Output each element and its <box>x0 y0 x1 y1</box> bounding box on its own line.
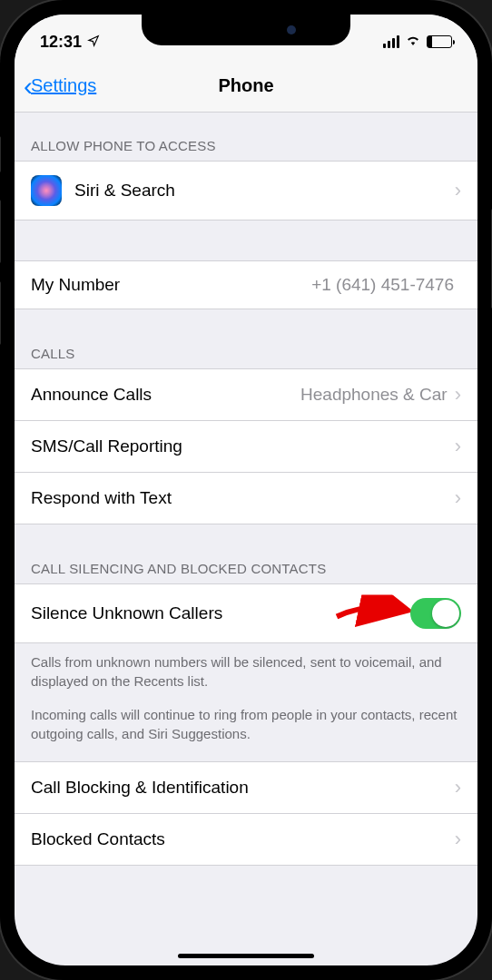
blocked-label: Blocked Contacts <box>31 829 455 849</box>
section-header-calls: CALLS <box>15 309 477 368</box>
row-sms-reporting[interactable]: SMS/Call Reporting › <box>15 421 477 473</box>
row-announce-calls[interactable]: Announce Calls Headphones & Car › <box>15 368 477 421</box>
my-number-value: +1 (641) 451-7476 <box>311 275 454 295</box>
toggle-knob <box>432 600 459 627</box>
row-my-number[interactable]: My Number +1 (641) 451-7476 <box>15 260 477 309</box>
back-button[interactable]: ‹ Settings <box>24 73 96 100</box>
nav-bar: ‹ Settings Phone <box>15 60 477 113</box>
announce-label: Announce Calls <box>31 385 300 405</box>
chevron-right-icon: › <box>455 776 461 799</box>
status-left: 12:31 <box>40 33 100 52</box>
my-number-label: My Number <box>31 275 311 295</box>
volume-down-button <box>0 281 1 345</box>
front-camera <box>287 25 296 34</box>
screen: 12:31 ‹ Settings Phone <box>15 15 477 965</box>
row-call-blocking[interactable]: Call Blocking & Identification › <box>15 761 477 814</box>
silence-label: Silence Unknown Callers <box>31 603 410 623</box>
back-label: Settings <box>31 75 96 96</box>
row-respond-text[interactable]: Respond with Text › <box>15 473 477 524</box>
mute-switch <box>0 136 1 172</box>
chevron-right-icon: › <box>455 828 461 851</box>
sms-label: SMS/Call Reporting <box>31 436 455 456</box>
silence-toggle[interactable] <box>410 598 461 629</box>
siri-icon <box>31 175 62 206</box>
row-blocked-contacts[interactable]: Blocked Contacts › <box>15 814 477 866</box>
row-siri-search[interactable]: Siri & Search › <box>15 161 477 220</box>
section-header-silencing: CALL SILENCING AND BLOCKED CONTACTS <box>15 524 477 583</box>
notch <box>142 15 350 45</box>
respond-label: Respond with Text <box>31 488 455 508</box>
battery-icon <box>427 35 452 48</box>
device-frame: 12:31 ‹ Settings Phone <box>0 0 492 980</box>
row-silence-unknown[interactable]: Silence Unknown Callers <box>15 583 477 643</box>
announce-value: Headphones & Car <box>300 385 448 405</box>
status-time: 12:31 <box>40 33 82 52</box>
chevron-right-icon: › <box>455 486 461 510</box>
status-right <box>383 34 452 50</box>
location-icon <box>87 33 100 52</box>
chevron-right-icon: › <box>455 383 461 407</box>
content: ALLOW PHONE TO ACCESS Siri & Search › My… <box>15 113 477 866</box>
footer-text-1: Calls from unknown numbers will be silen… <box>15 643 477 700</box>
chevron-right-icon: › <box>455 179 461 202</box>
siri-label: Siri & Search <box>74 181 455 201</box>
page-title: Phone <box>218 75 273 96</box>
volume-up-button <box>0 200 1 263</box>
cellular-signal-icon <box>383 35 399 48</box>
spacer <box>15 220 477 260</box>
blocking-label: Call Blocking & Identification <box>31 778 455 798</box>
chevron-right-icon: › <box>455 435 461 458</box>
home-indicator[interactable] <box>178 954 314 958</box>
section-header-access: ALLOW PHONE TO ACCESS <box>15 113 477 161</box>
wifi-icon <box>405 34 421 50</box>
footer-text-2: Incoming calls will continue to ring fro… <box>15 700 477 761</box>
